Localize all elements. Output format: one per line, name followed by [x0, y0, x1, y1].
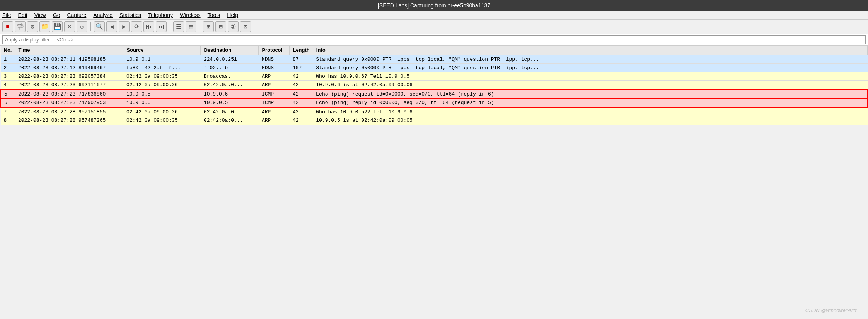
menu-item-telephony[interactable]: Telephony — [148, 12, 173, 18]
toolbar-separator — [90, 22, 91, 31]
col-header-destination[interactable]: Destination — [201, 46, 259, 55]
cell-destination: 02:42:0a:0... — [201, 107, 259, 116]
packet-table: No. Time Source Destination Protocol Len… — [0, 46, 868, 125]
list-button[interactable]: ☰ — [173, 21, 184, 32]
filter-input[interactable] — [2, 35, 866, 44]
table-row[interactable]: 72022-08-23 08:27:28.95715185502:42:0a:0… — [1, 107, 868, 116]
cell-no: 7 — [1, 107, 15, 116]
cell-time: 2022-08-23 08:27:23.692057384 — [15, 72, 123, 81]
toolbar: ■🦈⚙📁💾✖↺🔍◀▶⟳⏮⏭☰▤⊞⊟①⊠ — [0, 20, 868, 34]
col-header-info[interactable]: Info — [313, 46, 867, 55]
cell-time: 2022-08-23 08:27:23.717836860 — [15, 90, 123, 99]
table-row[interactable]: 82022-08-23 08:27:28.95748726502:42:0a:0… — [1, 116, 868, 125]
cell-no: 5 — [1, 90, 15, 99]
cell-no: 2 — [1, 64, 15, 72]
cell-destination: Broadcast — [201, 72, 259, 81]
shark-button[interactable]: 🦈 — [15, 21, 26, 32]
cell-no: 8 — [1, 116, 15, 125]
cell-source: 02:42:0a:09:00:05 — [123, 72, 201, 81]
col-header-no[interactable]: No. — [1, 46, 15, 55]
cell-source: 02:42:0a:09:00:06 — [123, 107, 201, 116]
next-button[interactable]: ▶ — [119, 21, 130, 32]
collapse-button[interactable]: ⊟ — [215, 21, 226, 32]
cell-no: 4 — [1, 81, 15, 90]
cell-destination: 10.9.0.5 — [201, 99, 259, 107]
settings-button[interactable]: ⚙ — [27, 21, 38, 32]
open-button[interactable]: 📁 — [39, 21, 50, 32]
table-header-row: No. Time Source Destination Protocol Len… — [1, 46, 868, 55]
cell-destination: 224.0.0.251 — [201, 55, 259, 64]
watermark: CSDN @winnower-sliff — [805, 307, 856, 313]
title-bar: [SEED Labs] Capturing from br-ee5b90ba11… — [0, 0, 868, 11]
menu-bar: FileEditViewGoCaptureAnalyzeStatisticsTe… — [0, 11, 868, 20]
cell-protocol: ARP — [259, 107, 290, 116]
menu-item-wireless[interactable]: Wireless — [180, 12, 201, 18]
table-row[interactable]: 52022-08-23 08:27:23.71783686010.9.0.510… — [1, 90, 868, 99]
cell-info: Who has 10.9.0.6? Tell 10.9.0.5 — [313, 72, 867, 81]
cell-source: 10.9.0.1 — [123, 55, 201, 64]
first-button[interactable]: ⏮ — [143, 21, 154, 32]
one-button[interactable]: ① — [228, 21, 239, 32]
table-row[interactable]: 62022-08-23 08:27:23.71790795310.9.0.610… — [1, 99, 868, 107]
menu-item-edit[interactable]: Edit — [18, 12, 27, 18]
cell-length: 42 — [290, 107, 313, 116]
cell-length: 107 — [290, 64, 313, 72]
menu-item-tools[interactable]: Tools — [208, 12, 220, 18]
menu-item-capture[interactable]: Capture — [67, 12, 86, 18]
col-header-protocol[interactable]: Protocol — [259, 46, 290, 55]
cell-destination: 02:42:0a:0... — [201, 81, 259, 90]
close-button[interactable]: ✖ — [64, 21, 75, 32]
watermark-text: CSDN @winnower-sliff — [805, 307, 856, 313]
cell-protocol: ARP — [259, 116, 290, 125]
cell-no: 1 — [1, 55, 15, 64]
cell-no: 3 — [1, 72, 15, 81]
menu-item-go[interactable]: Go — [53, 12, 60, 18]
table-row[interactable]: 22022-08-23 08:27:12.819469467fe80::42:2… — [1, 64, 868, 72]
cell-time: 2022-08-23 08:27:28.957487265 — [15, 116, 123, 125]
last-button[interactable]: ⏭ — [156, 21, 167, 32]
cell-source: 02:42:0a:09:00:05 — [123, 116, 201, 125]
cell-protocol: MDNS — [259, 55, 290, 64]
save-button[interactable]: 💾 — [52, 21, 63, 32]
cell-time: 2022-08-23 08:27:28.957151855 — [15, 107, 123, 116]
title-text: [SEED Labs] Capturing from br-ee5b90ba11… — [378, 2, 490, 9]
col-header-length[interactable]: Length — [290, 46, 313, 55]
grid-button[interactable]: ⊠ — [240, 21, 251, 32]
cell-info: Who has 10.9.0.52? Tell 10.9.0.6 — [313, 107, 867, 116]
menu-item-view[interactable]: View — [34, 12, 46, 18]
cols-button[interactable]: ▤ — [186, 21, 196, 32]
expand-button[interactable]: ⊞ — [203, 21, 214, 32]
cell-protocol: ARP — [259, 72, 290, 81]
table-row[interactable]: 42022-08-23 08:27:23.69211167702:42:0a:0… — [1, 81, 868, 90]
cell-info: Standard query 0x0000 PTR _ipps._tcp.loc… — [313, 64, 867, 72]
cell-info: 10.9.0.6 is at 02:42:0a:09:00:06 — [313, 81, 867, 90]
menu-item-file[interactable]: File — [2, 12, 11, 18]
cell-protocol: ICMP — [259, 90, 290, 99]
menu-item-analyze[interactable]: Analyze — [93, 12, 113, 18]
refresh-button[interactable]: ⟳ — [131, 21, 142, 32]
cell-time: 2022-08-23 08:27:23.717907953 — [15, 99, 123, 107]
cell-time: 2022-08-23 08:27:11.419598185 — [15, 55, 123, 64]
col-header-time[interactable]: Time — [15, 46, 123, 55]
cell-source: 10.9.0.6 — [123, 99, 201, 107]
reload-button[interactable]: ↺ — [77, 21, 87, 32]
menu-item-help[interactable]: Help — [227, 12, 238, 18]
find-button[interactable]: 🔍 — [94, 21, 105, 32]
col-header-source[interactable]: Source — [123, 46, 201, 55]
cell-info: 10.9.0.5 is at 02:42:0a:09:00:05 — [313, 116, 867, 125]
prev-button[interactable]: ◀ — [106, 21, 117, 32]
cell-protocol: ICMP — [259, 99, 290, 107]
cell-length: 42 — [290, 72, 313, 81]
menu-item-statistics[interactable]: Statistics — [119, 12, 141, 18]
cell-length: 42 — [290, 90, 313, 99]
cell-destination: 02:42:0a:0... — [201, 116, 259, 125]
cell-no: 6 — [1, 99, 15, 107]
stop-button[interactable]: ■ — [2, 21, 13, 32]
cell-info: Echo (ping) reply id=0x0000, seq=0/0, tt… — [313, 99, 867, 107]
cell-destination: 10.9.0.6 — [201, 90, 259, 99]
table-row[interactable]: 32022-08-23 08:27:23.69205738402:42:0a:0… — [1, 72, 868, 81]
table-row[interactable]: 12022-08-23 08:27:11.41959818510.9.0.122… — [1, 55, 868, 64]
cell-source: 02:42:0a:09:00:06 — [123, 81, 201, 90]
cell-info: Standard query 0x0000 PTR _ipps._tcp.loc… — [313, 55, 867, 64]
cell-length: 42 — [290, 116, 313, 125]
